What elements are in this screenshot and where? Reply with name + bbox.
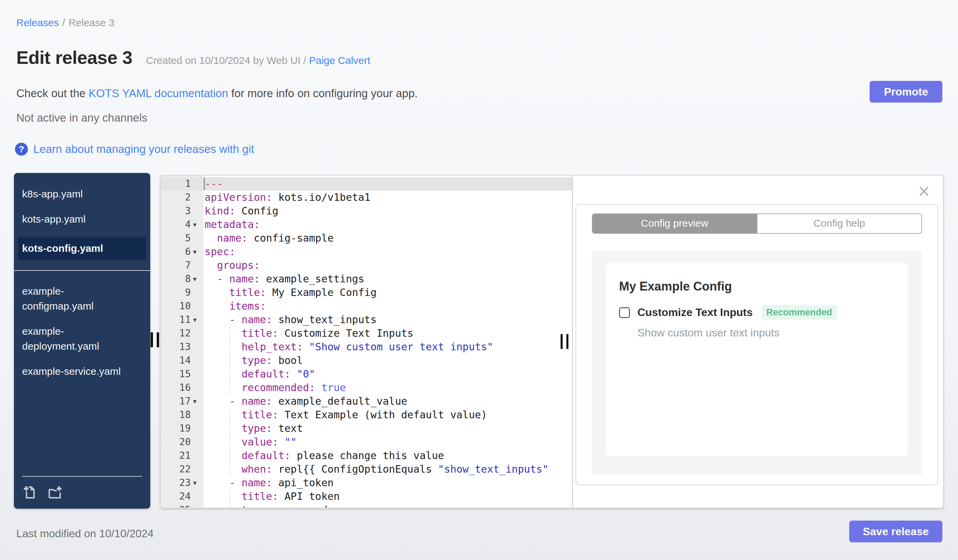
- line-number: 18: [161, 408, 191, 422]
- code-line-5[interactable]: 5 name: config-sample: [161, 231, 572, 245]
- code-text: help_text: "Show custom user text inputs…: [205, 340, 572, 354]
- last-modified-text: Last modified on 10/10/2024: [16, 527, 154, 540]
- line-number: 6: [161, 245, 191, 259]
- title-row: Edit release 3 Created on 10/10/2024 by …: [16, 47, 370, 68]
- code-text: title: Text Example (with default value): [205, 408, 572, 422]
- code-text: type: text: [205, 422, 572, 435]
- docs-suffix: for more info on configuring your app.: [228, 87, 418, 100]
- code-text: title: Customize Text Inputs: [205, 327, 572, 340]
- line-number: 25: [161, 503, 191, 508]
- code-text: apiVersion: kots.io/v1beta1: [205, 191, 572, 204]
- close-icon[interactable]: [917, 184, 931, 199]
- code-text: value: "": [205, 435, 572, 449]
- line-number: 17: [161, 394, 191, 408]
- code-line-20[interactable]: 20 value: "": [161, 435, 572, 449]
- code-line-12[interactable]: 12 title: Customize Text Inputs: [161, 327, 572, 340]
- code-line-1[interactable]: 1---: [161, 177, 572, 191]
- breadcrumb-releases-link[interactable]: Releases: [16, 17, 59, 28]
- code-line-3[interactable]: 3kind: Config: [161, 204, 572, 218]
- sidebar-file-kots-app-yaml[interactable]: kots-app.yaml: [22, 212, 131, 227]
- code-line-11[interactable]: 11▾ - name: show_text_inputs: [161, 313, 572, 327]
- question-mark-icon[interactable]: ?: [15, 143, 28, 156]
- line-number: 19: [161, 422, 191, 435]
- breadcrumb: Releases/Release 3: [16, 17, 114, 28]
- code-line-17[interactable]: 17▾ - name: example_default_value: [161, 394, 572, 408]
- code-line-9[interactable]: 9 title: My Example Config: [161, 286, 572, 299]
- line-number: 23: [161, 476, 191, 490]
- code-line-14[interactable]: 14 type: bool: [161, 354, 572, 367]
- config-preview-card: Config previewConfig help My Example Con…: [576, 204, 938, 485]
- docs-prefix: Check out the: [16, 87, 89, 100]
- yaml-code-editor[interactable]: 1---2apiVersion: kots.io/v1beta13kind: C…: [161, 176, 572, 508]
- code-line-8[interactable]: 8▾ - name: example_settings: [161, 272, 572, 286]
- code-line-25[interactable]: 25 type: password: [161, 503, 572, 508]
- fold-arrow-icon[interactable]: ▾: [191, 476, 205, 490]
- sidebar-footer-divider: [22, 476, 142, 477]
- line-number: 16: [161, 381, 191, 394]
- sidebar-resize-handle[interactable]: [151, 332, 159, 347]
- config-preview-area: My Example Config Customize Text Inputs …: [592, 251, 922, 475]
- code-text: type: bool: [205, 354, 572, 367]
- sidebar-file-k8s-app-yaml[interactable]: k8s-app.yaml: [22, 187, 131, 201]
- code-line-23[interactable]: 23▾ - name: api_token: [161, 476, 572, 490]
- sidebar-file-example-configmap-yaml[interactable]: example-configmap.yaml: [22, 284, 131, 314]
- git-help-row: ? Learn about managing your releases wit…: [15, 143, 254, 156]
- sidebar-file-kots-config-yaml[interactable]: kots-config.yaml: [18, 237, 146, 260]
- tab-config-preview[interactable]: Config preview: [593, 214, 757, 233]
- fold-arrow-icon[interactable]: ▾: [191, 313, 205, 327]
- sidebar-file-list-primary: k8s-app.yamlkots-app.yamlkots-config.yam…: [14, 173, 150, 260]
- code-text: recommended: true: [205, 381, 572, 394]
- indent-guide: [230, 340, 230, 354]
- fold-arrow-icon[interactable]: ▾: [191, 394, 205, 408]
- code-line-10[interactable]: 10 items:: [161, 299, 572, 313]
- code-line-24[interactable]: 24 title: API token: [161, 490, 572, 503]
- workspace: k8s-app.yamlkots-app.yamlkots-config.yam…: [14, 173, 942, 509]
- code-text: - name: example_settings: [205, 272, 572, 286]
- save-release-button[interactable]: Save release: [849, 520, 942, 542]
- line-number: 12: [161, 327, 191, 340]
- code-line-19[interactable]: 19 type: text: [161, 422, 572, 435]
- code-line-13[interactable]: 13 help_text: "Show custom user text inp…: [161, 340, 572, 354]
- customize-text-inputs-checkbox[interactable]: [619, 307, 630, 318]
- fold-arrow-icon[interactable]: ▾: [191, 245, 205, 259]
- code-text: ---: [205, 177, 572, 191]
- editor-panel: 1---2apiVersion: kots.io/v1beta13kind: C…: [160, 175, 944, 508]
- code-line-18[interactable]: 18 title: Text Example (with default val…: [161, 408, 572, 422]
- sidebar-file-example-service-yaml[interactable]: example-service.yaml: [22, 364, 131, 379]
- code-text: name: config-sample: [205, 231, 572, 245]
- line-number: 15: [161, 367, 191, 381]
- indent-guide: [230, 367, 230, 381]
- docs-line: Check out the KOTS YAML documentation fo…: [16, 87, 418, 100]
- line-number: 24: [161, 490, 191, 503]
- indent-guide: [230, 462, 230, 476]
- add-file-icon[interactable]: [22, 484, 38, 500]
- line-number: 11: [161, 313, 191, 327]
- code-line-22[interactable]: 22 when: repl{{ ConfigOptionEquals "show…: [161, 462, 572, 476]
- editor-resize-handle[interactable]: [561, 334, 568, 349]
- fold-arrow-icon[interactable]: ▾: [191, 218, 205, 231]
- kots-yaml-docs-link[interactable]: KOTS YAML documentation: [89, 87, 228, 100]
- promote-button[interactable]: Promote: [869, 81, 942, 103]
- code-line-7[interactable]: 7 groups:: [161, 259, 572, 272]
- code-text: metadata:: [205, 218, 572, 231]
- created-meta: Created on 10/10/2024 by Web UI / Paige …: [146, 55, 370, 66]
- code-line-15[interactable]: 15 default: "0": [161, 367, 572, 381]
- preview-tabbar: Config previewConfig help: [592, 214, 922, 234]
- tab-config-help[interactable]: Config help: [757, 214, 922, 233]
- code-line-2[interactable]: 2apiVersion: kots.io/v1beta1: [161, 191, 572, 204]
- line-number: 22: [161, 462, 191, 476]
- page-title: Edit release 3: [16, 47, 132, 68]
- fold-arrow-icon[interactable]: ▾: [191, 272, 205, 286]
- code-line-21[interactable]: 21 default: please change this value: [161, 449, 572, 462]
- git-help-link[interactable]: Learn about managing your releases with …: [33, 143, 254, 156]
- channel-status: Not active in any channels: [16, 111, 147, 124]
- code-line-16[interactable]: 16 recommended: true: [161, 381, 572, 394]
- code-line-6[interactable]: 6▾spec:: [161, 245, 572, 259]
- line-number: 4: [161, 218, 191, 231]
- line-number: 13: [161, 340, 191, 354]
- indent-guide: [230, 381, 230, 394]
- author-link[interactable]: Paige Calvert: [309, 55, 370, 66]
- add-folder-icon[interactable]: [47, 484, 63, 500]
- code-line-4[interactable]: 4▾metadata:: [161, 218, 572, 231]
- sidebar-file-example-deployment-yaml[interactable]: example-deployment.yaml: [22, 324, 131, 354]
